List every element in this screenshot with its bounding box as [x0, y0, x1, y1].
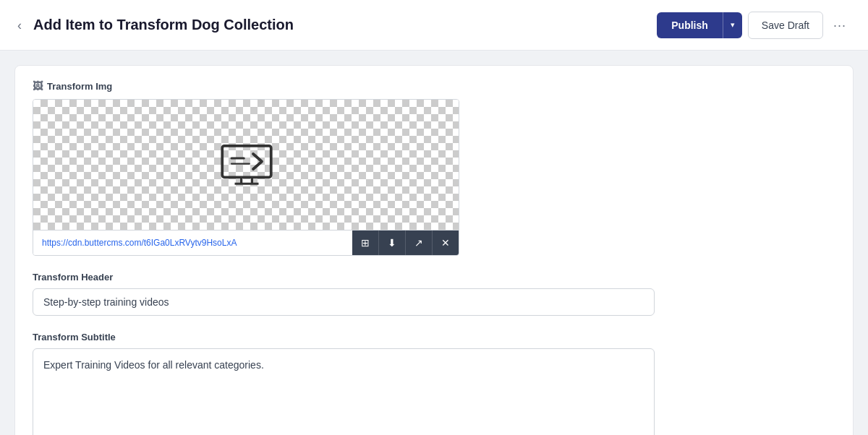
- image-icon: 🖼: [33, 80, 43, 92]
- monitor-icon: [218, 143, 276, 186]
- replace-image-button[interactable]: ⊞: [352, 231, 378, 255]
- image-action-buttons: ⊞ ⬇ ↗ ✕: [352, 231, 459, 255]
- download-icon: ⬇: [388, 237, 396, 249]
- save-draft-button[interactable]: Save Draft: [748, 12, 823, 39]
- publish-button[interactable]: Publish: [657, 12, 723, 38]
- image-url-input[interactable]: [33, 231, 352, 255]
- image-preview-container: ⊞ ⬇ ↗ ✕: [33, 99, 459, 256]
- image-url-bar: ⊞ ⬇ ↗ ✕: [33, 230, 459, 255]
- more-options-button[interactable]: ···: [829, 14, 851, 36]
- header-input[interactable]: [33, 288, 655, 316]
- svg-rect-0: [222, 146, 271, 178]
- external-link-button[interactable]: ↗: [405, 231, 432, 255]
- page-title: Add Item to Transform Dog Collection: [33, 17, 657, 33]
- subtitle-textarea[interactable]: Expert Training Videos for all relevant …: [33, 348, 655, 435]
- remove-image-button[interactable]: ✕: [432, 231, 459, 255]
- back-button[interactable]: ‹: [17, 19, 22, 32]
- header-field-section: Transform Header: [33, 272, 835, 316]
- header-actions: Publish ▾ Save Draft ···: [657, 12, 851, 39]
- download-image-button[interactable]: ⬇: [378, 231, 405, 255]
- subtitle-field-section: Transform Subtitle Expert Training Video…: [33, 332, 835, 435]
- publish-button-group: Publish ▾: [657, 12, 742, 38]
- publish-dropdown-button[interactable]: ▾: [723, 12, 742, 38]
- main-content: 🖼 Transform Img: [0, 51, 868, 435]
- header-field-label: Transform Header: [33, 272, 835, 283]
- image-preview: [33, 100, 459, 230]
- chevron-down-icon: ▾: [731, 20, 735, 29]
- content-card: 🖼 Transform Img: [14, 65, 854, 435]
- image-label: Transform Img: [47, 81, 112, 92]
- subtitle-textarea-wrapper: Expert Training Videos for all relevant …: [33, 348, 655, 435]
- image-section-label: 🖼 Transform Img: [33, 80, 835, 92]
- header-bar: ‹ Add Item to Transform Dog Collection P…: [0, 0, 868, 51]
- close-icon: ✕: [441, 237, 450, 249]
- subtitle-field-label: Transform Subtitle: [33, 332, 835, 343]
- ellipsis-icon: ···: [833, 18, 846, 33]
- replace-icon: ⊞: [361, 237, 370, 249]
- external-link-icon: ↗: [414, 237, 423, 249]
